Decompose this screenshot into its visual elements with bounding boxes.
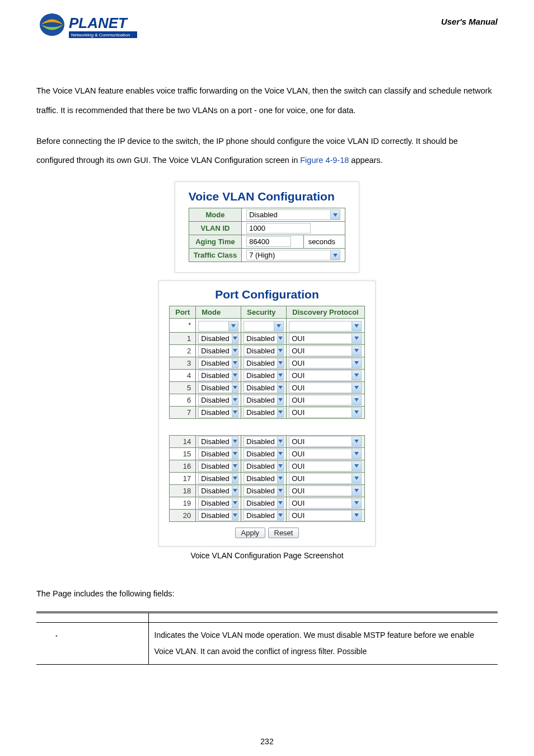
manual-label: User's Manual bbox=[441, 11, 498, 26]
chevron-down-icon bbox=[352, 358, 361, 368]
dropdown[interactable]: OUI bbox=[289, 436, 362, 447]
dropdown[interactable] bbox=[198, 321, 238, 332]
dropdown[interactable] bbox=[289, 321, 362, 332]
table-row: 1DisabledDisabledOUI bbox=[170, 332, 365, 344]
chevron-down-icon bbox=[352, 408, 361, 417]
brand-logo: PLANET Networking & Communication bbox=[36, 11, 143, 42]
port-config-panel: Port Configuration Port Mode Security Di… bbox=[158, 281, 376, 547]
dropdown[interactable]: Disabled bbox=[198, 449, 238, 459]
table-row: 15DisabledDisabledOUI bbox=[170, 447, 365, 460]
port-number: 16 bbox=[170, 460, 196, 472]
dropdown[interactable]: Disabled bbox=[243, 486, 284, 496]
svg-text:Networking & Communication: Networking & Communication bbox=[71, 32, 130, 38]
voice-vlan-title: Voice VLAN Configuration bbox=[189, 190, 345, 203]
table-row: 2DisabledDisabledOUI bbox=[170, 344, 365, 357]
dropdown[interactable]: Disabled bbox=[243, 346, 284, 356]
dropdown[interactable]: Disabled bbox=[198, 473, 238, 484]
aging-time-input[interactable] bbox=[246, 236, 291, 247]
dropdown[interactable]: OUI bbox=[289, 370, 362, 381]
dropdown[interactable]: OUI bbox=[289, 358, 362, 368]
chevron-down-icon bbox=[232, 486, 238, 496]
dropdown[interactable]: Disabled bbox=[243, 473, 284, 484]
dropdown[interactable]: Disabled bbox=[198, 382, 238, 393]
dropdown[interactable]: Disabled bbox=[243, 510, 284, 521]
chevron-down-icon bbox=[232, 395, 238, 405]
intro-paragraph-2: Before connecting the IP device to the s… bbox=[36, 132, 498, 171]
dropdown[interactable]: Disabled bbox=[243, 333, 284, 344]
port-number: 2 bbox=[170, 344, 196, 357]
chevron-down-icon bbox=[232, 371, 238, 380]
chevron-down-icon bbox=[232, 383, 238, 393]
dropdown[interactable]: Disabled bbox=[198, 395, 238, 405]
chevron-down-icon bbox=[352, 346, 361, 356]
col-discovery: Discovery Protocol bbox=[287, 306, 365, 319]
port-number: 20 bbox=[170, 509, 196, 521]
table-row: 7DisabledDisabledOUI bbox=[170, 406, 365, 418]
dropdown[interactable]: Disabled bbox=[243, 382, 284, 393]
dropdown[interactable]: Disabled bbox=[243, 498, 284, 508]
traffic-class-label: Traffic Class bbox=[189, 249, 241, 262]
table-row: 20DisabledDisabledOUI bbox=[170, 509, 365, 521]
dropdown[interactable]: OUI bbox=[289, 510, 362, 521]
dropdown[interactable]: Disabled bbox=[243, 358, 284, 368]
dropdown[interactable]: Disabled bbox=[198, 358, 238, 368]
traffic-class-select[interactable]: 7 (High) bbox=[246, 250, 340, 260]
dropdown[interactable]: Disabled bbox=[198, 346, 238, 356]
chevron-down-icon bbox=[352, 511, 361, 520]
dropdown[interactable]: OUI bbox=[289, 395, 362, 405]
dropdown[interactable]: Disabled bbox=[198, 486, 238, 496]
dropdown[interactable]: OUI bbox=[289, 407, 362, 418]
port-number: 7 bbox=[170, 406, 196, 418]
figure-link[interactable]: Figure 4-9-18 bbox=[300, 156, 349, 165]
apply-button[interactable]: Apply bbox=[235, 528, 266, 538]
dropdown[interactable]: Disabled bbox=[198, 370, 238, 381]
dropdown[interactable]: Disabled bbox=[243, 449, 284, 459]
chevron-down-icon bbox=[352, 321, 361, 331]
dropdown[interactable]: OUI bbox=[289, 333, 362, 344]
fields-intro: The Page includes the following fields: bbox=[36, 589, 498, 598]
dropdown[interactable]: Disabled bbox=[198, 407, 238, 418]
dropdown[interactable]: Disabled bbox=[243, 407, 284, 418]
chevron-down-icon bbox=[232, 449, 238, 459]
vlan-id-input[interactable] bbox=[246, 223, 311, 234]
chevron-down-icon bbox=[352, 461, 361, 471]
page-number: 232 bbox=[0, 737, 534, 746]
dropdown[interactable]: Disabled bbox=[198, 498, 238, 508]
dropdown[interactable]: OUI bbox=[289, 473, 362, 484]
dropdown[interactable]: Disabled bbox=[243, 436, 284, 447]
table-row: 6DisabledDisabledOUI bbox=[170, 394, 365, 406]
dropdown[interactable]: OUI bbox=[289, 486, 362, 496]
dropdown[interactable]: OUI bbox=[289, 382, 362, 393]
field-description: Indicates the Voice VLAN mode operation.… bbox=[148, 622, 498, 665]
aging-time-label: Aging Time bbox=[189, 235, 241, 249]
dropdown[interactable]: Disabled bbox=[243, 461, 284, 472]
table-row: 17DisabledDisabledOUI bbox=[170, 472, 365, 484]
port-number: 5 bbox=[170, 381, 196, 394]
dropdown[interactable]: Disabled bbox=[243, 370, 284, 381]
mode-select[interactable]: Disabled bbox=[246, 209, 340, 220]
chevron-down-icon bbox=[232, 511, 238, 520]
col-security: Security bbox=[241, 306, 287, 319]
col-mode: Mode bbox=[196, 306, 241, 319]
chevron-down-icon bbox=[277, 437, 283, 446]
port-number: 14 bbox=[170, 435, 196, 447]
chevron-down-icon bbox=[232, 334, 238, 343]
dropdown[interactable]: OUI bbox=[289, 449, 362, 459]
dropdown[interactable] bbox=[243, 321, 284, 332]
dropdown[interactable]: Disabled bbox=[198, 461, 238, 472]
chevron-down-icon bbox=[232, 437, 238, 446]
dropdown[interactable]: OUI bbox=[289, 346, 362, 356]
dropdown[interactable]: Disabled bbox=[198, 510, 238, 521]
table-row: 4DisabledDisabledOUI bbox=[170, 369, 365, 381]
dropdown[interactable]: OUI bbox=[289, 498, 362, 508]
dropdown[interactable]: OUI bbox=[289, 461, 362, 472]
col-port: Port bbox=[170, 306, 196, 319]
dropdown[interactable]: Disabled bbox=[198, 333, 238, 344]
chevron-down-icon bbox=[277, 408, 283, 417]
dropdown[interactable]: Disabled bbox=[243, 395, 284, 405]
chevron-down-icon bbox=[232, 358, 238, 368]
reset-button[interactable]: Reset bbox=[268, 528, 299, 538]
chevron-down-icon bbox=[232, 498, 238, 508]
dropdown[interactable]: Disabled bbox=[198, 436, 238, 447]
chevron-down-icon bbox=[352, 486, 361, 496]
